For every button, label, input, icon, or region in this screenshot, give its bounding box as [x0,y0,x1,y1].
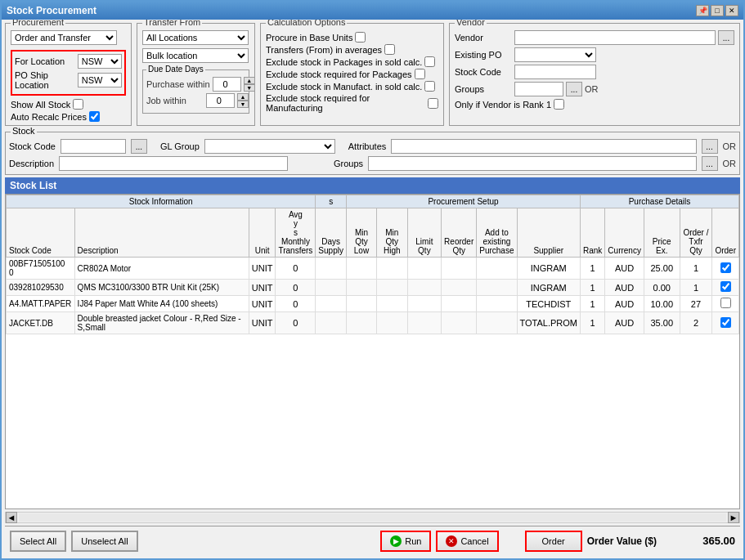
vendor-input[interactable] [514,30,716,45]
maximize-button[interactable]: □ [711,5,724,16]
close-button[interactable]: ✕ [725,5,738,16]
pin-button[interactable]: 📌 [696,5,709,16]
purchase-within-input[interactable] [213,77,241,92]
col-min-qty-low[interactable]: Min QtyLow [346,208,376,258]
col-unit[interactable]: Unit [249,208,276,258]
job-up-btn[interactable]: ▲ [237,93,249,101]
procurement-group: Procurement Order and Transfer For Locat… [5,23,132,126]
cell-order-checkbox[interactable] [712,312,739,334]
purchase-within-label: Purchase within [146,79,210,89]
gl-group-select[interactable] [204,139,335,154]
col-price-ex[interactable]: Price Ex. [644,208,680,258]
vendor-ellipsis-btn[interactable]: ... [718,30,734,45]
groups-stock-or-text: OR [723,159,737,168]
select-all-button[interactable]: Select All [10,531,66,552]
order-checkbox[interactable] [720,262,731,273]
procurement-select[interactable]: Order and Transfer [11,30,117,45]
job-within-input[interactable] [206,93,235,108]
exclude-pkg-sold-checkbox[interactable] [424,56,435,67]
groups-vendor-input[interactable] [514,82,563,96]
cell-price-ex: 25.00 [644,258,680,280]
col-stock-code[interactable]: Stock Code [7,208,75,258]
window-title: Stock Procurement [7,5,96,16]
cell-min-qty-high [376,296,407,312]
po-ship-select[interactable]: NSW [78,73,122,87]
col-order-txfr[interactable]: Order /Txfr Qty [680,208,712,258]
run-button[interactable]: ▶ Run [380,531,431,552]
title-bar: Stock Procurement 📌 □ ✕ [2,2,743,20]
rank1-row: Only if Vendor is Rank 1 [455,99,734,110]
purchase-up-btn[interactable]: ▲ [244,77,255,84]
exclude-pkg-sold-row: Exclude stock in Packages in sold calc. [266,56,438,67]
col-add-existing[interactable]: Add toexistingPurchase [477,208,517,258]
stock-list-header: Stock List [5,177,740,194]
col-days-supply[interactable]: DaysSupply [316,208,347,258]
description-input[interactable] [59,156,288,171]
col-min-qty-high[interactable]: Min QtyHigh [376,208,407,258]
cell-reorder-qty [442,258,477,280]
cell-supplier: INGRAM [517,258,581,280]
stock-code-ellipsis-btn[interactable]: ... [131,139,147,154]
exclude-pkg-req-checkbox[interactable] [415,69,425,79]
stock-table-container[interactable]: Stock Information s Procurement Setup Pu… [5,194,740,509]
attributes-input[interactable] [391,139,696,154]
order-button[interactable]: Order [525,531,582,552]
cell-min-qty-high [376,258,407,280]
stock-code-input[interactable] [61,139,126,154]
groups-ellipsis-btn[interactable]: ... [566,82,582,96]
col-supplier[interactable]: Supplier [517,208,581,258]
scroll-track[interactable] [19,513,726,522]
horizontal-scrollbar[interactable]: ◄ ► [5,512,740,523]
cell-price-ex: 10.00 [644,296,680,312]
col-group-stock-info: Stock Information [7,195,316,208]
cell-order-checkbox[interactable] [712,296,739,312]
col-rank[interactable]: Rank [581,208,605,258]
col-order[interactable]: Order [712,208,739,258]
order-checkbox[interactable] [720,281,731,292]
cell-order-checkbox[interactable] [712,258,739,280]
for-location-select[interactable]: NSW [78,54,122,69]
cell-unit: UNIT [249,312,276,334]
transfers-avg-label: Transfers (From) in averages [266,45,382,55]
show-stock-checkbox[interactable] [73,99,83,110]
procure-base-checkbox[interactable] [355,32,366,43]
cell-add-existing [477,312,517,334]
rank1-checkbox[interactable] [554,99,564,110]
bulk-location-select[interactable]: Bulk location [142,48,249,63]
unselect-all-button[interactable]: Unselect All [71,531,137,552]
order-checkbox[interactable] [720,317,731,328]
auto-recalc-checkbox[interactable] [89,111,100,122]
scroll-left-btn[interactable]: ◄ [6,512,17,523]
groups-vendor-label: Groups [455,84,512,94]
scroll-right-btn[interactable]: ► [728,512,739,523]
cell-avg-monthly: 0 [276,296,316,312]
transfers-avg-checkbox[interactable] [384,44,395,55]
job-down-btn[interactable]: ▼ [237,101,249,108]
cell-currency: AUD [605,258,644,280]
stock-table: Stock Information s Procurement Setup Pu… [6,195,739,334]
attributes-ellipsis-btn[interactable]: ... [702,139,718,154]
purchase-down-btn[interactable]: ▼ [244,84,255,92]
cancel-button[interactable]: ✕ Cancel [436,531,498,552]
existing-po-select[interactable] [514,47,596,62]
cell-supplier: TOTAL.PROM [517,312,581,334]
cell-stock-code: 00BF71505100 0 [7,258,75,280]
col-limit-qty[interactable]: Limit Qty [407,208,441,258]
transfer-location-select[interactable]: All Locations [142,30,249,45]
cell-stock-code: A4.MATT.PAPER [7,296,75,312]
col-reorder-qty[interactable]: ReorderQty [442,208,477,258]
stock-code-vendor-input[interactable] [514,65,596,79]
col-avg-monthly[interactable]: AvgysMonthlyTransfers [276,208,316,258]
groups-stock-ellipsis-btn[interactable]: ... [702,156,718,171]
col-currency[interactable]: Currency [605,208,644,258]
col-description[interactable]: Description [74,208,249,258]
exclude-manuf-sold-checkbox[interactable] [424,81,435,92]
order-checkbox[interactable] [720,298,731,308]
cell-rank: 1 [581,280,605,296]
existing-po-row: Existing PO [455,47,734,62]
cell-order-checkbox[interactable] [712,280,739,296]
exclude-manuf-req-checkbox[interactable] [428,98,438,109]
cell-min-qty-high [376,280,407,296]
groups-input[interactable] [368,156,696,171]
cell-unit: UNIT [249,280,276,296]
